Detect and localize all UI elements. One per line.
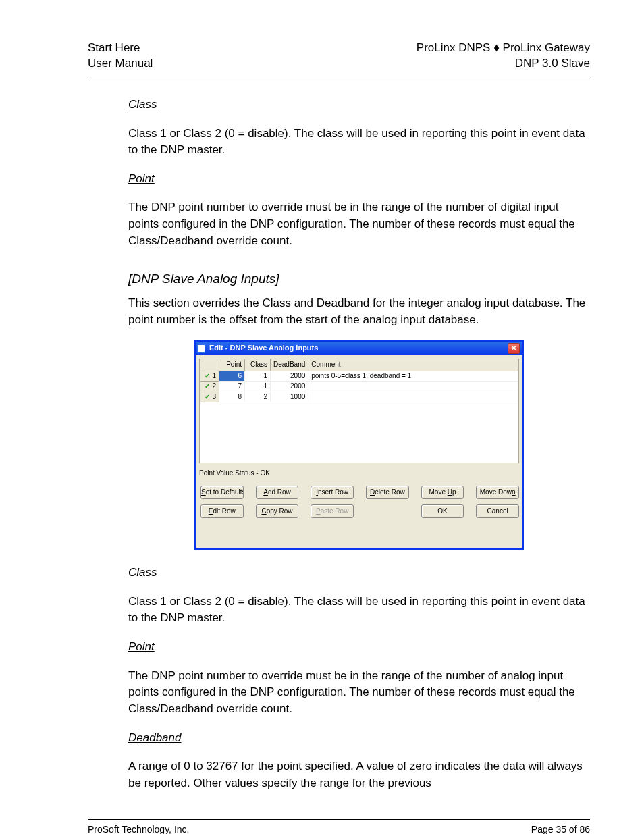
footer-company: ProSoft Technology, Inc. — [88, 824, 189, 834]
move-down-button[interactable]: Move Down — [476, 486, 519, 499]
paste-row-button: Paste Row — [311, 504, 354, 518]
copy-row-button[interactable]: Copy Row — [256, 504, 299, 518]
table-row[interactable]: ✓2712000 — [200, 382, 518, 392]
heading-class-2: Class — [128, 566, 157, 579]
table-row[interactable]: ✓1612000points 0-5=class 1, deadband = 1 — [200, 371, 518, 382]
add-row-button[interactable]: Add Row — [256, 486, 299, 499]
para-point-2: The DNP point number to override must be… — [128, 668, 590, 718]
para-class-2: Class 1 or Class 2 (0 = disable). The cl… — [128, 594, 590, 627]
heading-class-1: Class — [128, 98, 157, 111]
edit-row-button[interactable]: Edit Row — [200, 504, 244, 518]
col-point[interactable]: Point — [219, 359, 245, 371]
footer-pagenum: Page 35 of 86 — [531, 824, 590, 834]
data-grid[interactable]: Point Class DeadBand Comment ✓1612000poi… — [199, 359, 519, 463]
col-class[interactable]: Class — [245, 359, 271, 371]
insert-row-button[interactable]: Insert Row — [311, 486, 354, 499]
dialog-title-bar[interactable]: Edit - DNP Slave Analog Inputs ✕ — [196, 342, 522, 355]
page-header: Start Here User Manual ProLinx DNPS ♦ Pr… — [88, 41, 590, 72]
body-content: Class Class 1 or Class 2 (0 = disable). … — [128, 97, 590, 792]
dialog-title-text: Edit - DNP Slave Analog Inputs — [209, 343, 318, 354]
window-icon — [197, 344, 205, 353]
ok-button[interactable]: OK — [421, 504, 464, 518]
footer-rule — [88, 819, 590, 820]
edit-dialog: Edit - DNP Slave Analog Inputs ✕ Point C… — [194, 340, 524, 550]
heading-point-2: Point — [128, 640, 155, 653]
set-to-defaults-button[interactable]: Set to Defaults — [200, 486, 244, 499]
col-comment[interactable]: Comment — [308, 359, 518, 371]
header-right-2: DNP 3.0 Slave — [417, 56, 590, 72]
close-icon[interactable]: ✕ — [508, 343, 520, 354]
table-row[interactable]: ✓3821000 — [200, 392, 518, 402]
header-right-1: ProLinx DNPS ♦ ProLinx Gateway — [417, 41, 590, 56]
cancel-button[interactable]: Cancel — [476, 504, 519, 518]
para-class-1: Class 1 or Class 2 (0 = disable). The cl… — [128, 126, 590, 159]
heading-deadband: Deadband — [128, 731, 181, 744]
delete-row-button[interactable]: Delete Row — [366, 486, 409, 499]
heading-point-1: Point — [128, 172, 155, 185]
para-intro: This section overrides the Class and Dea… — [128, 295, 590, 328]
header-rule — [88, 76, 590, 76]
page-footer: ProSoft Technology, Inc. March 16, 2009 … — [88, 824, 590, 834]
section-title: [DNP Slave Analog Inputs] — [128, 269, 590, 288]
col-deadband[interactable]: DeadBand — [271, 359, 308, 371]
move-up-button[interactable]: Move Up — [421, 486, 464, 499]
status-label: Point Value Status - OK — [199, 467, 519, 486]
para-deadband: A range of 0 to 32767 for the point spec… — [128, 758, 590, 791]
para-point-1: The DNP point number to override must be… — [128, 199, 590, 249]
col-rownum — [200, 359, 219, 371]
header-left-1: Start Here — [88, 41, 153, 56]
header-left-2: User Manual — [88, 56, 153, 72]
